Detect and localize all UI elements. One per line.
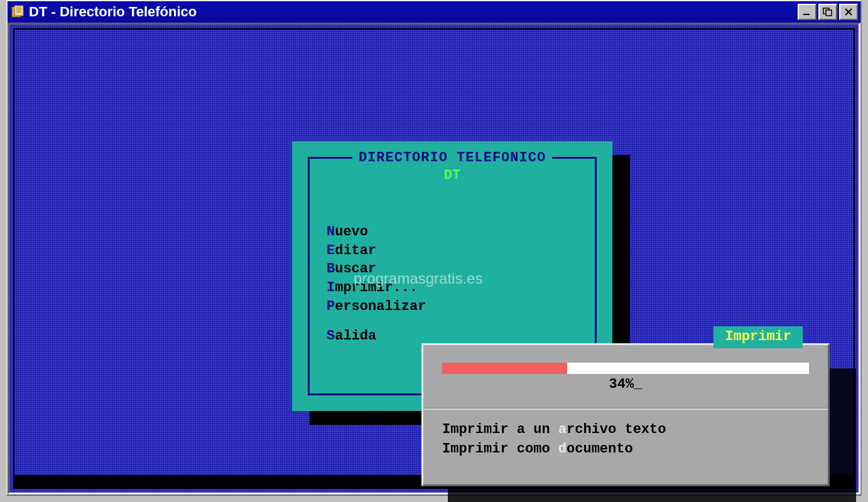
option-print-document[interactable]: Imprimir como documento xyxy=(442,440,666,459)
menu-items: Nuevo Editar Buscar Imprimir... Personal… xyxy=(327,223,426,346)
menu-item-buscar[interactable]: Buscar xyxy=(327,260,426,279)
menu-title: DIRECTORIO TELEFONICO xyxy=(292,150,612,166)
dialog-title: Imprimir xyxy=(713,326,803,348)
option-print-text-file[interactable]: Imprimir a un archivo texto xyxy=(442,420,666,440)
menu-item-personalizar[interactable]: Personalizar xyxy=(327,297,426,316)
print-dialog: Imprimir 34%_ Imprimir a un archivo text… xyxy=(421,343,830,486)
svg-rect-7 xyxy=(826,10,832,16)
progress-fill xyxy=(442,363,567,374)
close-button[interactable] xyxy=(839,4,858,20)
app-window: DT - Directorio Telefónico xyxy=(6,0,862,496)
client-area: DIRECTORIO TELEFONICO DT Nuevo Editar Bu… xyxy=(8,23,860,494)
menu-item-nuevo[interactable]: Nuevo xyxy=(327,223,426,242)
app-icon xyxy=(10,4,25,19)
svg-rect-5 xyxy=(803,14,810,15)
title-bar[interactable]: DT - Directorio Telefónico xyxy=(8,1,860,23)
window-title: DT - Directorio Telefónico xyxy=(29,4,798,20)
menu-item-editar[interactable]: Editar xyxy=(327,242,426,260)
window-controls xyxy=(798,4,858,20)
dos-screen: DIRECTORIO TELEFONICO DT Nuevo Editar Bu… xyxy=(13,28,855,489)
progress-bar xyxy=(442,363,809,374)
menu-item-imprimir[interactable]: Imprimir... xyxy=(327,279,426,297)
menu-subtitle: DT xyxy=(292,168,612,183)
svg-rect-1 xyxy=(14,6,23,16)
maximize-button[interactable] xyxy=(818,4,837,20)
progress-label: 34%_ xyxy=(423,376,828,392)
dialog-divider xyxy=(423,408,828,410)
minimize-button[interactable] xyxy=(798,4,816,20)
dialog-options: Imprimir a un archivo texto Imprimir com… xyxy=(442,420,666,459)
menu-item-salida[interactable]: Salida xyxy=(327,327,426,346)
